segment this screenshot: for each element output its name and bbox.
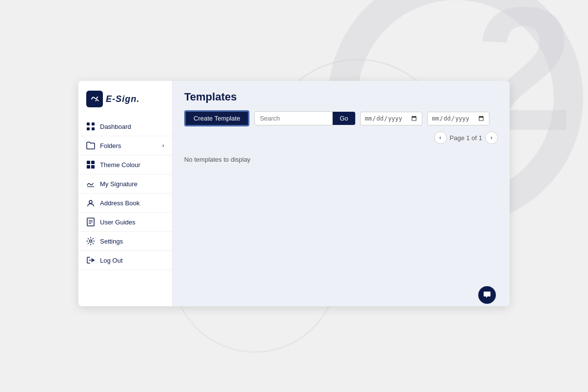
sidebar-item-theme-colour[interactable]: Theme Colour bbox=[78, 155, 172, 174]
sidebar-label-dashboard: Dashboard bbox=[100, 123, 131, 130]
svg-point-9 bbox=[89, 200, 92, 203]
sidebar-item-dashboard[interactable]: Dashboard bbox=[78, 117, 172, 136]
settings-icon bbox=[86, 237, 95, 245]
sidebar-item-my-signature[interactable]: My Signature bbox=[78, 174, 172, 194]
main-content: Templates Create Template Go ‹ Page 1 of… bbox=[172, 81, 510, 306]
sidebar: E-Sign. Dashboard bbox=[78, 81, 172, 306]
svg-rect-1 bbox=[92, 122, 95, 125]
logo-area: E-Sign. bbox=[78, 91, 172, 117]
sidebar-label-log-out: Log Out bbox=[100, 257, 122, 264]
svg-rect-5 bbox=[91, 161, 95, 164]
svg-rect-3 bbox=[92, 127, 95, 130]
logo-text: E-Sign. bbox=[106, 94, 140, 104]
svg-rect-7 bbox=[91, 165, 95, 169]
folders-chevron: › bbox=[162, 142, 164, 149]
pagination-next-button[interactable]: › bbox=[485, 131, 498, 144]
pagination-prev-button[interactable]: ‹ bbox=[434, 131, 447, 144]
sidebar-item-log-out[interactable]: Log Out bbox=[78, 251, 172, 270]
svg-point-14 bbox=[90, 240, 92, 243]
search-group: Go bbox=[254, 111, 355, 125]
folders-icon bbox=[86, 141, 95, 150]
signature-icon bbox=[86, 179, 95, 188]
svg-rect-0 bbox=[87, 122, 90, 125]
sidebar-label-my-signature: My Signature bbox=[100, 180, 138, 188]
logo-icon bbox=[86, 91, 103, 107]
page-title: Templates bbox=[184, 91, 498, 103]
theme-icon bbox=[86, 160, 95, 169]
search-input[interactable] bbox=[254, 111, 333, 125]
sidebar-label-folders: Folders bbox=[100, 142, 121, 149]
pagination-text: Page 1 of 1 bbox=[450, 134, 483, 142]
logout-icon bbox=[86, 256, 95, 265]
sidebar-item-folders[interactable]: Folders › bbox=[78, 136, 172, 155]
no-templates-message: No templates to display bbox=[184, 152, 498, 167]
date-to-input[interactable] bbox=[427, 112, 490, 125]
dashboard-icon bbox=[86, 122, 95, 131]
chat-button[interactable] bbox=[478, 286, 496, 304]
sidebar-item-user-guides[interactable]: User Guides bbox=[78, 213, 172, 232]
sidebar-label-user-guides: User Guides bbox=[100, 219, 135, 226]
go-button[interactable]: Go bbox=[333, 112, 355, 125]
svg-rect-6 bbox=[87, 165, 90, 169]
sidebar-label-theme-colour: Theme Colour bbox=[100, 161, 140, 169]
sidebar-item-settings[interactable]: Settings bbox=[78, 232, 172, 251]
sidebar-label-address-book: Address Book bbox=[100, 199, 140, 207]
sidebar-item-address-book[interactable]: Address Book bbox=[78, 194, 172, 213]
date-from-input[interactable] bbox=[360, 112, 422, 125]
addressbook-icon bbox=[86, 198, 95, 207]
userguides-icon bbox=[86, 218, 95, 226]
svg-rect-4 bbox=[87, 161, 90, 164]
create-template-button[interactable]: Create Template bbox=[184, 110, 249, 126]
svg-rect-2 bbox=[87, 127, 90, 130]
toolbar: Create Template Go ‹ Page 1 of 1 › bbox=[184, 110, 498, 144]
main-card: E-Sign. Dashboard bbox=[78, 81, 510, 306]
sidebar-label-settings: Settings bbox=[100, 238, 123, 245]
pagination: ‹ Page 1 of 1 › bbox=[434, 131, 498, 144]
